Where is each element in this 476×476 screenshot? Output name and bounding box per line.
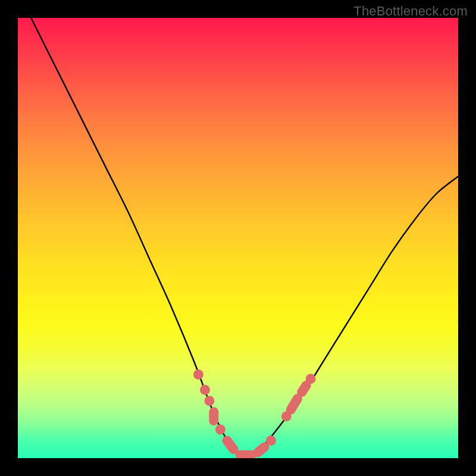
bottleneck-curve: [31, 18, 458, 458]
chart-plot-area: [18, 18, 458, 458]
marker-capsule: [302, 386, 306, 392]
marker-dot: [200, 385, 210, 395]
chart-svg: [18, 18, 458, 458]
marker-capsule: [258, 447, 264, 453]
marker-dot: [193, 369, 203, 380]
marker-capsule: [291, 399, 298, 410]
watermark-text: TheBottleneck.com: [353, 4, 468, 19]
marker-dot: [306, 374, 316, 384]
chart-markers: [193, 369, 316, 455]
marker-dot: [215, 424, 226, 434]
marker-dot: [266, 436, 276, 446]
marker-dot: [204, 396, 214, 406]
marker-capsule: [227, 440, 234, 449]
